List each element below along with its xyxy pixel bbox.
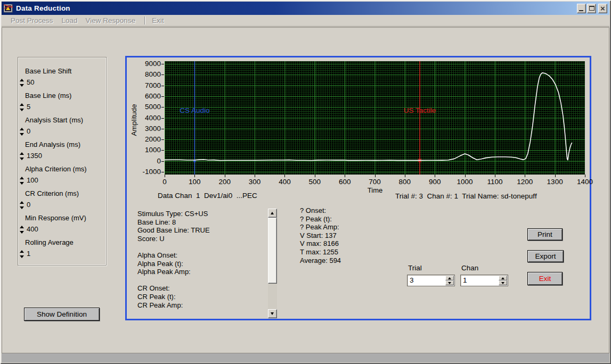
x-tick-label: 1000 [452,178,478,186]
y-tick-mark [161,118,164,119]
param-decrement-button[interactable] [20,182,24,185]
cursor-label-cs-audio: CS Audio [180,106,209,114]
window-title: Data Reduction [16,4,70,12]
param-value-6[interactable]: 400 [27,225,38,233]
param-value-1[interactable]: 5 [27,103,30,111]
minimize-button[interactable] [577,4,586,13]
y-tick-mark [161,150,164,151]
menu-item-view-response[interactable]: View Response [85,16,136,24]
x-tick-mark [194,175,195,177]
up-arrow-icon [501,277,504,279]
chart-plot-area [165,61,585,175]
down-arrow-icon [501,282,504,284]
results-text: Stimulus Type: CS+US Base Line: 8 Good B… [137,210,264,309]
title-bar[interactable]: Data Reduction × [2,2,609,15]
param-increment-button[interactable] [20,103,24,106]
param-value-7[interactable]: 1 [27,250,30,258]
x-axis-label: Time [359,186,391,194]
x-tick-label: 1200 [512,178,537,186]
close-button[interactable]: × [598,4,607,13]
param-increment-button[interactable] [20,201,24,204]
y-tick-label: 8000 [133,70,161,79]
x-tick-label: 900 [422,178,447,186]
parameters-panel: Base Line Shift50Base Line (ms)5Analysis… [18,57,107,266]
scroll-up-button[interactable] [268,209,277,218]
param-increment-button[interactable] [20,79,24,81]
param-decrement-button[interactable] [20,84,24,87]
param-decrement-button[interactable] [20,231,24,234]
cursor-label-us-tactile: US Tactile [404,106,436,114]
x-tick-label: 200 [212,178,238,186]
maximize-button[interactable] [587,4,596,13]
x-tick-mark [255,175,255,177]
param-value-2[interactable]: 0 [27,127,30,135]
x-tick-mark [555,175,556,177]
data-channel-label: Data Chan 1 Dev1/ai0 ...PEC [158,192,257,200]
param-decrement-button[interactable] [20,109,24,111]
param-label-2: Analysis Start (ms) [25,116,83,124]
param-label-7: Rolling Average [25,238,74,246]
x-tick-mark [165,175,165,177]
y-tick-label: 2000 [133,135,161,144]
results-scrollbar[interactable] [268,209,277,318]
show-definition-button[interactable]: Show Definition [24,308,100,321]
x-tick-mark [315,175,315,177]
trial-increment-button[interactable] [445,276,454,280]
chan-value[interactable]: 1 [463,276,467,284]
chan-decrement-button[interactable] [499,280,507,285]
x-tick-label: 0 [152,178,177,186]
param-decrement-button[interactable] [20,133,24,136]
param-value-5[interactable]: 0 [27,201,30,209]
param-increment-button[interactable] [20,152,24,155]
x-tick-mark [525,175,525,177]
app-window: Data Reduction × Post ProcessLoadView Re… [0,0,611,364]
chan-selector[interactable]: 1 [460,275,508,286]
param-value-4[interactable]: 100 [27,176,38,184]
y-tick-mark [161,96,164,97]
labview-icon [4,4,13,13]
y-tick-mark [161,172,164,172]
param-value-0[interactable]: 50 [27,78,34,86]
export-button[interactable]: Export [527,250,564,262]
y-tick-mark [161,139,164,140]
print-button[interactable]: Print [527,228,563,241]
scroll-up-icon [271,212,274,214]
param-decrement-button[interactable] [20,206,24,209]
menu-separator [144,16,145,24]
menu-item-post-process[interactable]: Post Process [10,16,54,24]
param-increment-button[interactable] [20,250,24,253]
y-tick-label: 9000 [133,60,161,68]
scrollbar-thumb[interactable] [268,218,277,284]
param-increment-button[interactable] [20,177,24,179]
waveform-svg [165,61,585,175]
trial-decrement-button[interactable] [445,280,454,285]
param-label-0: Base Line Shift [25,67,71,75]
param-value-3[interactable]: 1350 [27,152,42,160]
window-bottom-strip [2,353,609,362]
param-increment-button[interactable] [20,128,24,130]
x-tick-label: 600 [332,178,357,186]
y-tick-mark [161,129,164,129]
down-arrow-icon [448,282,451,284]
y-tick-label: 4000 [133,114,161,122]
trial-value[interactable]: 3 [410,276,414,284]
param-decrement-button[interactable] [20,158,24,160]
x-tick-mark [225,175,225,177]
chan-increment-button[interactable] [499,276,507,280]
x-tick-mark [405,175,405,177]
y-tick-mark [161,107,164,107]
menu-item-load[interactable]: Load [61,16,78,24]
param-decrement-button[interactable] [20,255,24,258]
chart-container: Amplitude Time Data Chan 1 Dev1/ai0 ...P… [125,56,591,320]
menu-item-exit[interactable]: Exit [151,16,165,24]
param-increment-button[interactable] [20,226,24,228]
up-arrow-icon [448,277,451,279]
trial-selector[interactable]: 3 [407,275,455,286]
scroll-down-icon [271,312,274,315]
scroll-down-button[interactable] [268,309,277,318]
summary-stats: ? Onset: ? Peak (t): ? Peak Amp: V Start… [300,206,341,264]
exit-button[interactable]: Exit [527,272,563,285]
y-tick-label: 6000 [133,92,161,101]
param-label-3: End Analysis (ms) [25,140,80,148]
x-tick-label: 1300 [542,178,568,186]
